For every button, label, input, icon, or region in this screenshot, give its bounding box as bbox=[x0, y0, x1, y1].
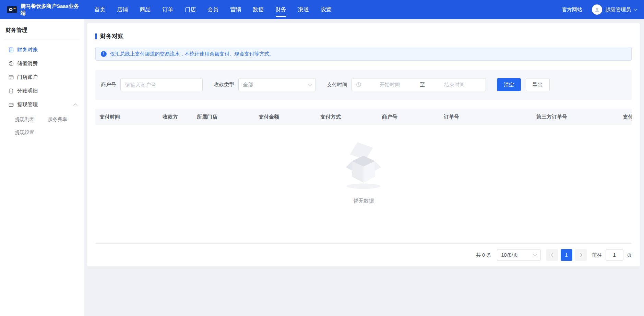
merchant-label: 商户号 bbox=[101, 82, 116, 88]
merchant-input[interactable] bbox=[120, 78, 203, 91]
withdraw-submenu: 提现列表 服务费率 提现设置 bbox=[0, 111, 84, 139]
column-header-order-no: 订单号 bbox=[440, 114, 532, 120]
user-avatar-icon bbox=[592, 4, 602, 15]
sidebar-item-label: 财务对账 bbox=[17, 47, 38, 53]
main-content: 财务对账 仅汇总线上支付渠道的交易流水，不统计使用余额支付、现金支付等方式。 商… bbox=[84, 19, 644, 316]
nav-item-stores[interactable]: 门店 bbox=[179, 0, 202, 19]
column-header-store: 所属门店 bbox=[193, 114, 254, 120]
content-card: 财务对账 仅汇总线上支付渠道的交易流水，不统计使用余额支付、现金支付等方式。 商… bbox=[87, 23, 640, 266]
goto-page-input[interactable] bbox=[606, 249, 623, 261]
nav-item-home[interactable]: 首页 bbox=[88, 0, 111, 19]
app-title: 腾马餐饮多商户Saas业务端 bbox=[21, 3, 80, 17]
nav-item-members[interactable]: 会员 bbox=[202, 0, 224, 19]
end-time-placeholder: 结束时间 bbox=[428, 82, 482, 88]
page-number-button[interactable]: 1 bbox=[561, 249, 572, 261]
sidebar-item-withdraw-management[interactable]: 提现管理 bbox=[0, 98, 84, 111]
sidebar-item-label: 门店账户 bbox=[17, 74, 38, 81]
date-range-picker[interactable]: 开始时间 至 结束时间 bbox=[351, 78, 486, 91]
time-label: 支付时间 bbox=[327, 82, 347, 88]
start-time-placeholder: 开始时间 bbox=[363, 82, 417, 88]
user-menu[interactable]: 超级管理员 bbox=[592, 4, 636, 15]
column-header-amount: 支付金额 bbox=[254, 114, 316, 120]
sidebar-title: 财务管理 bbox=[0, 19, 84, 39]
title-accent-bar bbox=[95, 33, 97, 39]
info-icon bbox=[101, 51, 107, 57]
chevron-left-icon bbox=[550, 253, 554, 257]
clock-icon bbox=[356, 82, 361, 87]
column-header-merchant-no: 商户号 bbox=[378, 114, 440, 120]
export-button[interactable]: 导出 bbox=[526, 78, 550, 91]
chevron-up-icon bbox=[73, 104, 77, 107]
chevron-down-icon bbox=[308, 82, 312, 86]
type-select-value: 全部 bbox=[243, 82, 253, 88]
app-root: 腾马餐饮多商户Saas业务端 首页 店铺 商品 订单 门店 会员 营销 数据 财… bbox=[0, 0, 644, 316]
wallet-icon bbox=[8, 102, 14, 108]
official-site-link[interactable]: 官方网站 bbox=[562, 7, 582, 13]
sidebar-item-label: 分账明细 bbox=[17, 88, 38, 94]
sidebar-item-stored-value[interactable]: 储值消费 bbox=[0, 57, 84, 70]
pagination: 共 0 条 10条/页 1 前往 页 bbox=[95, 244, 632, 266]
sidebar: 财务管理 财务对账 储 bbox=[0, 19, 84, 316]
empty-state: 暂无数据 bbox=[95, 125, 632, 243]
ledger-icon bbox=[8, 88, 14, 94]
nav-item-shop[interactable]: 店铺 bbox=[111, 0, 134, 19]
table-header: 支付时间 收款方 所属门店 支付金额 支付方式 商户号 订单号 第三方订单号 支… bbox=[95, 109, 632, 125]
layout: 财务管理 财务对账 储 bbox=[0, 19, 644, 316]
sidebar-subitem-service-rate[interactable]: 服务费率 bbox=[48, 113, 81, 126]
page-title: 财务对账 bbox=[100, 32, 123, 40]
nav-item-orders[interactable]: 订单 bbox=[156, 0, 179, 19]
sidebar-item-label: 储值消费 bbox=[17, 60, 38, 67]
clear-button[interactable]: 清空 bbox=[497, 78, 521, 91]
nav-item-finance[interactable]: 财务 bbox=[270, 0, 292, 19]
page-size-value: 10条/页 bbox=[501, 252, 518, 258]
sidebar-item-label: 提现管理 bbox=[17, 101, 38, 108]
reconciliation-icon bbox=[8, 47, 14, 53]
page-buttons: 1 bbox=[546, 249, 587, 261]
info-alert: 仅汇总线上支付渠道的交易流水，不统计使用余额支付、现金支付等方式。 bbox=[95, 47, 632, 61]
page-size-select[interactable]: 10条/页 bbox=[497, 249, 541, 261]
main-nav: 首页 店铺 商品 订单 门店 会员 营销 数据 财务 渠道 设置 bbox=[88, 0, 337, 19]
goto-suffix: 页 bbox=[627, 252, 632, 258]
goto-label: 前往 bbox=[592, 252, 602, 258]
nav-item-goods[interactable]: 商品 bbox=[134, 0, 156, 19]
column-header-pay-method: 支付方式 bbox=[316, 114, 378, 120]
nav-item-channels[interactable]: 渠道 bbox=[292, 0, 315, 19]
user-name: 超级管理员 bbox=[605, 7, 631, 13]
range-separator: 至 bbox=[418, 82, 426, 88]
sidebar-item-finance-reconciliation[interactable]: 财务对账 bbox=[0, 43, 84, 57]
store-account-icon bbox=[8, 74, 14, 80]
next-page-button[interactable] bbox=[575, 249, 587, 261]
nav-item-data[interactable]: 数据 bbox=[247, 0, 270, 19]
chevron-right-icon bbox=[578, 253, 582, 257]
total-count: 共 0 条 bbox=[476, 252, 491, 258]
top-header: 腾马餐饮多商户Saas业务端 首页 店铺 商品 订单 门店 会员 营销 数据 财… bbox=[0, 0, 644, 19]
chevron-down-icon bbox=[533, 252, 537, 256]
page-title-row: 财务对账 bbox=[95, 32, 632, 40]
stored-value-icon bbox=[8, 61, 14, 66]
sidebar-subitem-withdraw-list[interactable]: 提现列表 bbox=[15, 113, 48, 126]
type-label: 收款类型 bbox=[214, 82, 234, 88]
filter-bar: 商户号 收款类型 全部 支付时间 bbox=[95, 70, 632, 100]
alert-text: 仅汇总线上支付渠道的交易流水，不统计使用余额支付、现金支付等方式。 bbox=[110, 51, 274, 57]
type-select[interactable]: 全部 bbox=[238, 78, 316, 91]
empty-text: 暂无数据 bbox=[353, 198, 374, 204]
app-logo-icon bbox=[7, 5, 17, 14]
column-header-pay-time: 支付时间 bbox=[95, 114, 158, 120]
nav-item-settings[interactable]: 设置 bbox=[315, 0, 337, 19]
goto-page: 前往 页 bbox=[592, 249, 632, 261]
topbar-right: 官方网站 超级管理员 bbox=[562, 4, 644, 15]
sidebar-menu: 财务对账 储值消费 门店账户 bbox=[0, 39, 84, 139]
column-header-pay-status: 支付状态 bbox=[619, 114, 632, 120]
sidebar-item-ledger-detail[interactable]: 分账明细 bbox=[0, 84, 84, 98]
sidebar-item-store-account[interactable]: 门店账户 bbox=[0, 70, 84, 84]
empty-box-illustration bbox=[336, 139, 391, 191]
nav-item-marketing[interactable]: 营销 bbox=[224, 0, 247, 19]
sidebar-subitem-withdraw-settings[interactable]: 提现设置 bbox=[15, 126, 48, 139]
column-header-third-party-order-no: 第三方订单号 bbox=[532, 114, 619, 120]
column-header-payee: 收款方 bbox=[158, 114, 193, 120]
brand: 腾马餐饮多商户Saas业务端 bbox=[0, 3, 84, 17]
chevron-down-icon bbox=[634, 7, 637, 11]
prev-page-button[interactable] bbox=[546, 249, 558, 261]
